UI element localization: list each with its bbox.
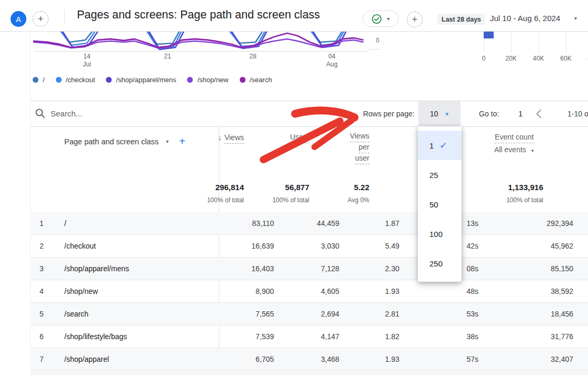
x-tick-day: 21: [156, 53, 179, 60]
event-count-value: 31,776: [521, 325, 573, 348]
bar-x-tick: 60K: [555, 55, 577, 62]
bar-gridline: [511, 32, 512, 53]
legend-dot-icon: [106, 77, 112, 83]
legend-dot-icon: [33, 77, 38, 83]
views-per-user-value: 1.93: [347, 280, 399, 303]
chevron-down-icon[interactable]: ▾: [166, 139, 169, 144]
bar-x-tick: 20K: [500, 55, 522, 62]
menu-option-50[interactable]: 50: [418, 190, 462, 219]
line-chart: [30, 32, 378, 52]
table-row[interactable]: 2 /checkout 16,639 3,030 5.49 42s 45,962: [30, 235, 588, 258]
rows-per-page-value: 10: [430, 110, 438, 118]
views-per-user-value: 2.81: [347, 303, 399, 325]
menu-option-25[interactable]: 25: [418, 160, 462, 190]
bar-gridline: [566, 32, 566, 53]
x-tick-month: Jul: [75, 61, 99, 68]
row-index: 6: [40, 325, 44, 348]
table-row[interactable]: 3 /shop/apparel/mens 16,403 7,128 2.30 0…: [30, 258, 588, 280]
table-row[interactable]: 4 /shop/new 8,900 4,605 1.93 48s 38,592: [30, 280, 588, 303]
x-tick-day: 04: [320, 53, 344, 60]
previous-page-icon[interactable]: [535, 109, 542, 119]
legend-item[interactable]: /shop/new: [187, 76, 228, 84]
total-views: 296,814: [191, 183, 244, 192]
column-header-views[interactable]: ↓Views: [186, 133, 244, 142]
row-index: 5: [40, 303, 44, 325]
dimension-header[interactable]: Page path and screen class ▾ +: [64, 135, 185, 147]
legend-label: /shop/apparel/mens: [116, 76, 176, 84]
views-per-user-value: 2.30: [347, 258, 399, 280]
chevron-down-icon: ▾: [531, 148, 534, 153]
pagination-range: 1-10 o: [567, 101, 588, 126]
x-tick-month: Aug: [320, 61, 344, 68]
total-views-per-user: 5.22: [317, 183, 369, 192]
table-row[interactable]: 7 /shop/apparel 6,705 3,468 1.93 57s 32,…: [30, 348, 588, 371]
legend-dot-icon: [56, 77, 62, 83]
engagement-value: 57s: [426, 348, 478, 371]
header-divider: [64, 9, 65, 23]
legend-label: /checkout: [66, 76, 95, 84]
legend-item[interactable]: /: [33, 76, 45, 84]
column-header-event-count[interactable]: Event count All events ▾: [459, 133, 534, 154]
add-dimension-button[interactable]: +: [179, 135, 185, 147]
total-views-per-user-sub: Avg 0%: [317, 196, 369, 204]
date-range-selector[interactable]: Jul 10 - Aug 6, 2024: [490, 14, 560, 23]
x-tick-day: 14: [75, 53, 99, 60]
users-value: 7,128: [287, 258, 339, 280]
table-row[interactable]: 5 /search 7,565 2,694 2.81 53s 18,456: [30, 303, 588, 325]
rows-per-page-select[interactable]: 10 ▾: [418, 101, 460, 126]
legend-item[interactable]: /search: [240, 76, 272, 84]
divider: [30, 126, 588, 127]
legend-item[interactable]: /shop/apparel/mens: [106, 76, 176, 84]
legend-item[interactable]: /checkout: [56, 76, 95, 84]
menu-option-250[interactable]: 250: [418, 249, 462, 278]
menu-option-100[interactable]: 100: [418, 219, 462, 249]
users-value: 2,694: [287, 303, 339, 325]
menu-option-1[interactable]: 1 ✓: [418, 131, 462, 160]
row-index: 7: [40, 348, 44, 371]
bar-x-tick: 40K: [527, 55, 550, 62]
column-header-users[interactable]: Users: [257, 133, 309, 141]
search-input[interactable]: [51, 106, 188, 121]
views-value: 16,639: [221, 235, 274, 258]
legend-dot-icon: [240, 77, 246, 83]
page-path: /: [64, 212, 66, 235]
total-users-sub: 100% of total: [257, 196, 309, 204]
total-users: 56,877: [257, 183, 309, 192]
event-count-value: 18,456: [521, 303, 573, 325]
data-quality-badge[interactable]: ▾: [362, 11, 399, 27]
users-value: 3,030: [287, 235, 339, 258]
event-filter-dropdown[interactable]: All events ▾: [459, 145, 534, 154]
goto-page-input[interactable]: 1: [518, 101, 523, 126]
views-per-user-value: 1.82: [347, 325, 399, 348]
account-avatar[interactable]: A: [11, 11, 26, 27]
views-value: 8,900: [221, 280, 274, 303]
engagement-value: 48s: [426, 280, 478, 303]
sort-descending-icon: ↓: [218, 133, 222, 142]
table-row[interactable]: 6 /shop/lifestyle/bags 7,539 4,147 1.82 …: [30, 325, 588, 348]
views-value: 83,110: [221, 212, 274, 235]
check-icon: ✓: [439, 140, 447, 151]
add-widget-button[interactable]: +: [407, 12, 423, 27]
views-per-user-value: 5.49: [347, 235, 399, 258]
users-value: 44,459: [287, 212, 339, 235]
legend-label: /search: [250, 76, 272, 84]
row-index: 1: [40, 212, 44, 235]
row-index: 2: [40, 235, 44, 258]
column-header-views-per-user[interactable]: Views per user: [317, 132, 369, 165]
legend-label: /shop/new: [197, 76, 228, 84]
views-per-user-value: 1.87: [347, 212, 399, 235]
table-row[interactable]: 1 / 83,110 44,459 1.87 13s 292,394: [30, 212, 588, 235]
add-comparison-button[interactable]: +: [33, 11, 48, 27]
row-index: 4: [40, 280, 44, 303]
rows-per-page-label: Rows per page:: [316, 101, 415, 126]
next-row-sliver: [30, 371, 588, 375]
event-count-value: 32,407: [521, 348, 573, 371]
legend-label: /: [43, 76, 45, 84]
page-path: /shop/apparel/mens: [64, 258, 129, 280]
date-preset-badge: Last 28 days: [437, 14, 485, 25]
event-count-value: 85,150: [521, 258, 573, 280]
total-views-sub: 100% of total: [191, 196, 244, 204]
event-count-value: 45,962: [521, 235, 573, 258]
views-value: 7,565: [221, 303, 274, 325]
x-tick-day: 28: [241, 53, 264, 60]
